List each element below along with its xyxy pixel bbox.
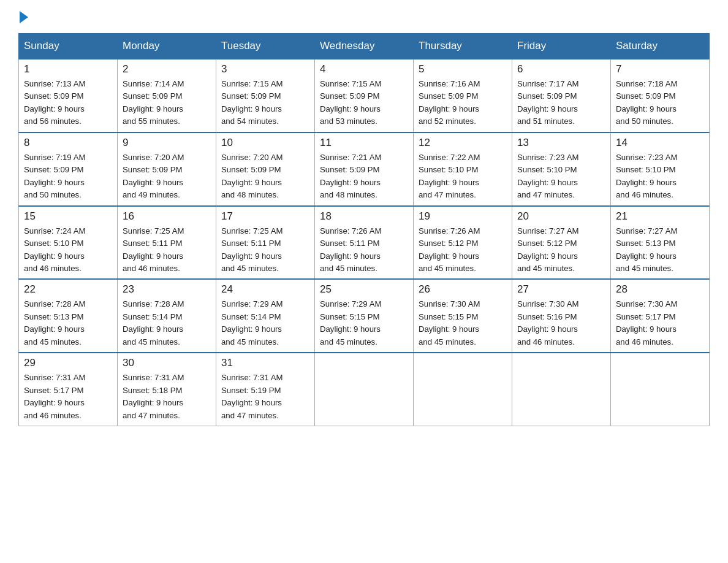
calendar-day-cell: 24 Sunrise: 7:29 AMSunset: 5:14 PMDaylig… (216, 279, 315, 353)
calendar-day-cell: 3 Sunrise: 7:15 AMSunset: 5:09 PMDayligh… (216, 59, 315, 132)
day-info: Sunrise: 7:31 AMSunset: 5:17 PMDaylight:… (24, 373, 85, 419)
day-info: Sunrise: 7:16 AMSunset: 5:09 PMDaylight:… (419, 79, 480, 126)
calendar-day-cell (512, 353, 611, 426)
logo-arrow-icon (20, 11, 28, 23)
day-info: Sunrise: 7:25 AMSunset: 5:11 PMDaylight:… (123, 226, 184, 273)
day-number: 17 (221, 210, 309, 223)
day-number: 13 (517, 137, 605, 149)
calendar-day-cell: 29 Sunrise: 7:31 AMSunset: 5:17 PMDaylig… (19, 353, 118, 426)
day-info: Sunrise: 7:21 AMSunset: 5:09 PMDaylight:… (320, 153, 381, 199)
day-info: Sunrise: 7:20 AMSunset: 5:09 PMDaylight:… (123, 153, 184, 199)
day-number: 29 (24, 357, 112, 369)
day-info: Sunrise: 7:27 AMSunset: 5:12 PMDaylight:… (517, 226, 578, 273)
calendar-header-monday: Monday (118, 34, 216, 59)
calendar-day-cell: 31 Sunrise: 7:31 AMSunset: 5:19 PMDaylig… (216, 353, 315, 426)
day-info: Sunrise: 7:27 AMSunset: 5:13 PMDaylight:… (616, 226, 677, 273)
calendar-day-cell: 22 Sunrise: 7:28 AMSunset: 5:13 PMDaylig… (19, 279, 118, 353)
calendar-day-cell: 11 Sunrise: 7:21 AMSunset: 5:09 PMDaylig… (315, 132, 414, 206)
calendar-header-tuesday: Tuesday (216, 34, 315, 59)
day-number: 23 (123, 283, 211, 296)
calendar-day-cell: 25 Sunrise: 7:29 AMSunset: 5:15 PMDaylig… (315, 279, 414, 353)
day-number: 6 (517, 63, 605, 75)
day-number: 18 (320, 210, 408, 223)
calendar-day-cell (414, 353, 512, 426)
calendar-day-cell: 4 Sunrise: 7:15 AMSunset: 5:09 PMDayligh… (315, 59, 414, 132)
day-number: 2 (123, 63, 211, 75)
calendar-day-cell: 14 Sunrise: 7:23 AMSunset: 5:10 PMDaylig… (611, 132, 710, 206)
day-number: 31 (221, 357, 309, 369)
calendar-week-row: 22 Sunrise: 7:28 AMSunset: 5:13 PMDaylig… (19, 279, 710, 353)
calendar-day-cell: 23 Sunrise: 7:28 AMSunset: 5:14 PMDaylig… (118, 279, 216, 353)
calendar-day-cell: 2 Sunrise: 7:14 AMSunset: 5:09 PMDayligh… (118, 59, 216, 132)
day-number: 30 (123, 357, 211, 369)
day-info: Sunrise: 7:25 AMSunset: 5:11 PMDaylight:… (221, 226, 282, 273)
day-info: Sunrise: 7:15 AMSunset: 5:09 PMDaylight:… (320, 79, 381, 126)
calendar-week-row: 8 Sunrise: 7:19 AMSunset: 5:09 PMDayligh… (19, 132, 710, 206)
day-number: 14 (616, 137, 704, 149)
day-number: 19 (419, 210, 507, 223)
day-number: 3 (221, 63, 309, 75)
calendar-header-wednesday: Wednesday (315, 34, 414, 59)
calendar-day-cell (315, 353, 414, 426)
day-info: Sunrise: 7:26 AMSunset: 5:12 PMDaylight:… (419, 226, 480, 273)
calendar-header-friday: Friday (512, 34, 611, 59)
day-info: Sunrise: 7:22 AMSunset: 5:10 PMDaylight:… (419, 153, 480, 199)
day-info: Sunrise: 7:30 AMSunset: 5:15 PMDaylight:… (419, 299, 480, 346)
day-info: Sunrise: 7:31 AMSunset: 5:19 PMDaylight:… (221, 373, 282, 419)
day-number: 15 (24, 210, 112, 223)
day-number: 8 (24, 137, 112, 149)
day-info: Sunrise: 7:30 AMSunset: 5:16 PMDaylight:… (517, 299, 578, 346)
calendar-week-row: 15 Sunrise: 7:24 AMSunset: 5:10 PMDaylig… (19, 206, 710, 280)
day-info: Sunrise: 7:13 AMSunset: 5:09 PMDaylight:… (24, 79, 85, 126)
calendar-day-cell: 13 Sunrise: 7:23 AMSunset: 5:10 PMDaylig… (512, 132, 611, 206)
day-number: 26 (419, 283, 507, 296)
day-number: 22 (24, 283, 112, 296)
day-number: 16 (123, 210, 211, 223)
calendar-week-row: 29 Sunrise: 7:31 AMSunset: 5:17 PMDaylig… (19, 353, 710, 426)
day-info: Sunrise: 7:29 AMSunset: 5:15 PMDaylight:… (320, 299, 381, 346)
day-info: Sunrise: 7:30 AMSunset: 5:17 PMDaylight:… (616, 299, 677, 346)
calendar-day-cell: 27 Sunrise: 7:30 AMSunset: 5:16 PMDaylig… (512, 279, 611, 353)
day-number: 10 (221, 137, 309, 149)
day-number: 21 (616, 210, 704, 223)
day-number: 4 (320, 63, 408, 75)
day-info: Sunrise: 7:17 AMSunset: 5:09 PMDaylight:… (517, 79, 578, 126)
day-info: Sunrise: 7:23 AMSunset: 5:10 PMDaylight:… (616, 153, 677, 199)
day-info: Sunrise: 7:29 AMSunset: 5:14 PMDaylight:… (221, 299, 282, 346)
day-number: 7 (616, 63, 704, 75)
day-info: Sunrise: 7:18 AMSunset: 5:09 PMDaylight:… (616, 79, 677, 126)
day-info: Sunrise: 7:23 AMSunset: 5:10 PMDaylight:… (517, 153, 578, 199)
day-info: Sunrise: 7:24 AMSunset: 5:10 PMDaylight:… (24, 226, 85, 273)
calendar-day-cell: 7 Sunrise: 7:18 AMSunset: 5:09 PMDayligh… (611, 59, 710, 132)
day-number: 27 (517, 283, 605, 296)
calendar-day-cell: 5 Sunrise: 7:16 AMSunset: 5:09 PMDayligh… (414, 59, 512, 132)
calendar-day-cell: 26 Sunrise: 7:30 AMSunset: 5:15 PMDaylig… (414, 279, 512, 353)
calendar-day-cell: 28 Sunrise: 7:30 AMSunset: 5:17 PMDaylig… (611, 279, 710, 353)
calendar-day-cell: 8 Sunrise: 7:19 AMSunset: 5:09 PMDayligh… (19, 132, 118, 206)
day-number: 11 (320, 137, 408, 149)
day-info: Sunrise: 7:28 AMSunset: 5:14 PMDaylight:… (123, 299, 184, 346)
calendar-day-cell: 17 Sunrise: 7:25 AMSunset: 5:11 PMDaylig… (216, 206, 315, 280)
calendar-day-cell: 10 Sunrise: 7:20 AMSunset: 5:09 PMDaylig… (216, 132, 315, 206)
day-number: 20 (517, 210, 605, 223)
calendar-day-cell: 19 Sunrise: 7:26 AMSunset: 5:12 PMDaylig… (414, 206, 512, 280)
day-info: Sunrise: 7:28 AMSunset: 5:13 PMDaylight:… (24, 299, 85, 346)
calendar-day-cell (611, 353, 710, 426)
day-info: Sunrise: 7:19 AMSunset: 5:09 PMDaylight:… (24, 153, 85, 199)
day-number: 12 (419, 137, 507, 149)
calendar-day-cell: 21 Sunrise: 7:27 AMSunset: 5:13 PMDaylig… (611, 206, 710, 280)
day-info: Sunrise: 7:26 AMSunset: 5:11 PMDaylight:… (320, 226, 381, 273)
day-info: Sunrise: 7:20 AMSunset: 5:09 PMDaylight:… (221, 153, 282, 199)
day-number: 24 (221, 283, 309, 296)
day-info: Sunrise: 7:31 AMSunset: 5:18 PMDaylight:… (123, 373, 184, 419)
calendar-day-cell: 16 Sunrise: 7:25 AMSunset: 5:11 PMDaylig… (118, 206, 216, 280)
day-number: 28 (616, 283, 704, 296)
day-info: Sunrise: 7:14 AMSunset: 5:09 PMDaylight:… (123, 79, 184, 126)
day-number: 1 (24, 63, 112, 75)
calendar-header-thursday: Thursday (414, 34, 512, 59)
calendar-day-cell: 12 Sunrise: 7:22 AMSunset: 5:10 PMDaylig… (414, 132, 512, 206)
calendar-day-cell: 6 Sunrise: 7:17 AMSunset: 5:09 PMDayligh… (512, 59, 611, 132)
day-info: Sunrise: 7:15 AMSunset: 5:09 PMDaylight:… (221, 79, 282, 126)
calendar-header-row: SundayMondayTuesdayWednesdayThursdayFrid… (19, 34, 710, 59)
calendar-week-row: 1 Sunrise: 7:13 AMSunset: 5:09 PMDayligh… (19, 59, 710, 132)
